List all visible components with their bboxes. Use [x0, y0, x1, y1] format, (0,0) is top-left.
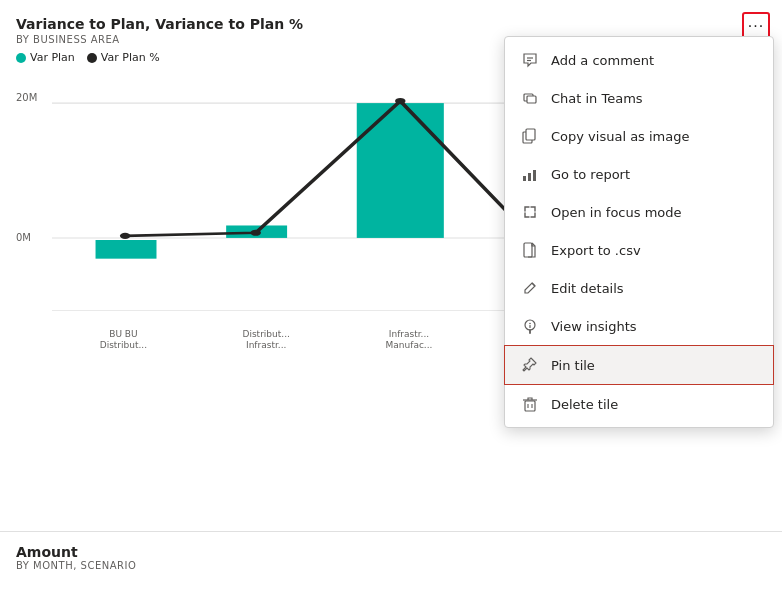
svg-rect-20 — [523, 176, 526, 181]
svg-point-9 — [251, 230, 261, 236]
x-label-distribut: Distribut... Infrastr... — [195, 329, 338, 352]
copy-visual-icon — [521, 127, 539, 145]
legend-item-var-plan-pct: Var Plan % — [87, 51, 160, 64]
legend-dot-var-plan — [16, 53, 26, 63]
legend-dot-var-plan-pct — [87, 53, 97, 63]
bottom-card-subtitle: BY MONTH, SCENARIO — [16, 560, 766, 571]
export-csv-icon — [521, 241, 539, 259]
bottom-card: Amount BY MONTH, SCENARIO — [0, 532, 782, 612]
y-label-0m: 0M — [16, 232, 31, 243]
menu-item-add-comment[interactable]: Add a comment — [505, 41, 773, 79]
menu-item-pin-tile[interactable]: Pin tile — [504, 345, 774, 385]
svg-rect-22 — [533, 170, 536, 181]
svg-rect-5 — [357, 103, 444, 238]
svg-rect-19 — [526, 129, 535, 140]
legend-item-var-plan: Var Plan — [16, 51, 75, 64]
chart-card: Variance to Plan, Variance to Plan % BY … — [0, 0, 782, 532]
menu-label-export-csv: Export to .csv — [551, 243, 641, 258]
menu-label-edit-details: Edit details — [551, 281, 624, 296]
svg-rect-17 — [527, 96, 536, 103]
x-label-bubu: BU BU Distribut... — [52, 329, 195, 352]
svg-rect-23 — [524, 243, 532, 257]
pin-tile-icon — [521, 356, 539, 374]
menu-item-view-insights[interactable]: View insights — [505, 307, 773, 345]
menu-label-go-report: Go to report — [551, 167, 630, 182]
menu-item-delete-tile[interactable]: Delete tile — [505, 385, 773, 423]
focus-mode-icon — [521, 203, 539, 221]
menu-label-pin-tile: Pin tile — [551, 358, 595, 373]
menu-label-add-comment: Add a comment — [551, 53, 654, 68]
svg-rect-21 — [528, 173, 531, 181]
menu-item-chat-teams[interactable]: Chat in Teams — [505, 79, 773, 117]
svg-point-26 — [529, 323, 531, 325]
menu-label-chat-teams: Chat in Teams — [551, 91, 643, 106]
svg-point-8 — [120, 233, 130, 239]
menu-label-focus-mode: Open in focus mode — [551, 205, 682, 220]
view-insights-icon — [521, 317, 539, 335]
menu-item-export-csv[interactable]: Export to .csv — [505, 231, 773, 269]
x-label-infrastr: Infrastr... Manufac... — [338, 329, 481, 352]
delete-tile-icon — [521, 395, 539, 413]
menu-item-focus-mode[interactable]: Open in focus mode — [505, 193, 773, 231]
bottom-card-title: Amount — [16, 544, 766, 560]
legend-label-var-plan: Var Plan — [30, 51, 75, 64]
add-comment-icon — [521, 51, 539, 69]
legend-label-var-plan-pct: Var Plan % — [101, 51, 160, 64]
menu-label-copy-visual: Copy visual as image — [551, 129, 690, 144]
chart-title: Variance to Plan, Variance to Plan % — [16, 16, 766, 32]
menu-label-view-insights: View insights — [551, 319, 637, 334]
menu-item-go-report[interactable]: Go to report — [505, 155, 773, 193]
svg-rect-28 — [525, 401, 535, 411]
menu-label-delete-tile: Delete tile — [551, 397, 618, 412]
svg-point-10 — [395, 98, 405, 104]
chat-teams-icon — [521, 89, 539, 107]
card-container: Variance to Plan, Variance to Plan % BY … — [0, 0, 782, 612]
go-report-icon — [521, 165, 539, 183]
svg-rect-3 — [96, 240, 157, 259]
menu-item-copy-visual[interactable]: Copy visual as image — [505, 117, 773, 155]
edit-details-icon — [521, 279, 539, 297]
y-label-20m: 20M — [16, 92, 37, 103]
context-menu: Add a comment Chat in Teams — [504, 36, 774, 428]
menu-item-edit-details[interactable]: Edit details — [505, 269, 773, 307]
